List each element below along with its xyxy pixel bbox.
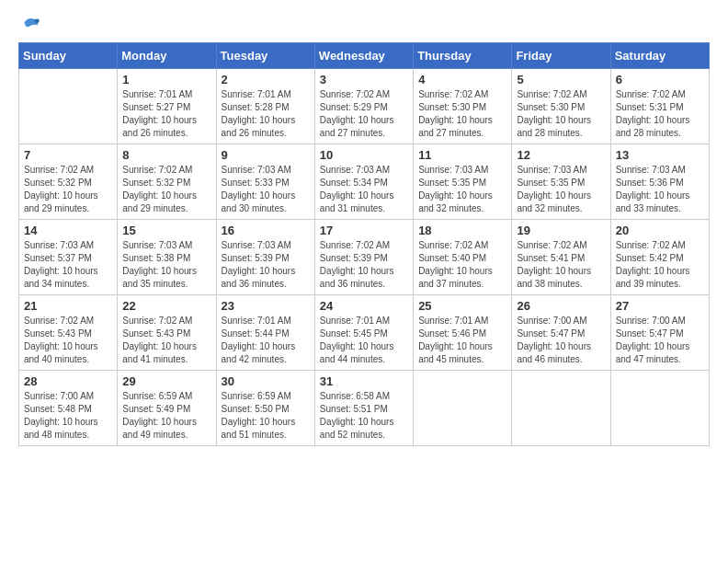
day-info: Sunrise: 7:00 AMSunset: 5:47 PMDaylight:… [517,315,605,366]
day-number: 6 [616,73,704,86]
day-number: 10 [320,148,408,162]
day-number: 26 [517,299,605,313]
day-number: 14 [24,224,112,237]
header [18,15,710,31]
day-number: 27 [616,299,704,313]
day-info: Sunrise: 6:59 AMSunset: 5:49 PMDaylight:… [122,390,210,442]
calendar-cell: 8Sunrise: 7:02 AMSunset: 5:32 PMDaylight… [118,144,216,220]
calendar-cell: 2Sunrise: 7:01 AMSunset: 5:28 PMDaylight… [216,69,314,144]
col-header-tuesday: Tuesday [216,43,314,69]
day-number: 7 [24,148,112,162]
day-info: Sunrise: 7:01 AMSunset: 5:44 PMDaylight:… [222,315,310,366]
day-info: Sunrise: 7:03 AMSunset: 5:35 PMDaylight:… [517,164,605,215]
day-info: Sunrise: 7:02 AMSunset: 5:29 PMDaylight:… [320,88,408,140]
day-info: Sunrise: 7:02 AMSunset: 5:40 PMDaylight:… [418,239,506,291]
day-info: Sunrise: 7:02 AMSunset: 5:43 PMDaylight:… [122,315,210,366]
day-number: 1 [122,73,210,86]
calendar-cell: 3Sunrise: 7:02 AMSunset: 5:29 PMDaylight… [314,69,413,144]
day-number: 18 [418,224,506,237]
calendar-cell: 22Sunrise: 7:02 AMSunset: 5:43 PMDayligh… [118,295,216,371]
calendar-cell: 20Sunrise: 7:02 AMSunset: 5:42 PMDayligh… [610,220,709,295]
calendar-cell [610,371,709,446]
calendar-cell: 17Sunrise: 7:02 AMSunset: 5:39 PMDayligh… [314,220,413,295]
calendar-cell: 15Sunrise: 7:03 AMSunset: 5:38 PMDayligh… [118,220,216,295]
day-info: Sunrise: 7:00 AMSunset: 5:47 PMDaylight:… [616,315,704,366]
day-number: 16 [222,224,310,237]
calendar-cell: 6Sunrise: 7:02 AMSunset: 5:31 PMDaylight… [610,69,709,144]
calendar-week-row: 14Sunrise: 7:03 AMSunset: 5:37 PMDayligh… [19,220,710,295]
day-info: Sunrise: 6:58 AMSunset: 5:51 PMDaylight:… [320,390,408,442]
calendar-cell: 1Sunrise: 7:01 AMSunset: 5:27 PMDaylight… [118,69,216,144]
day-number: 31 [320,374,408,388]
logo-bird-icon [18,15,40,31]
calendar-cell: 11Sunrise: 7:03 AMSunset: 5:35 PMDayligh… [414,144,512,220]
calendar-cell [414,371,512,446]
day-number: 23 [222,299,310,313]
calendar-cell: 9Sunrise: 7:03 AMSunset: 5:33 PMDaylight… [216,144,314,220]
calendar-cell: 13Sunrise: 7:03 AMSunset: 5:36 PMDayligh… [610,144,709,220]
day-number: 3 [320,73,408,86]
col-header-monday: Monday [118,43,216,69]
calendar-cell: 4Sunrise: 7:02 AMSunset: 5:30 PMDaylight… [414,69,512,144]
day-info: Sunrise: 7:01 AMSunset: 5:45 PMDaylight:… [320,315,408,366]
day-number: 15 [122,224,210,237]
day-info: Sunrise: 6:59 AMSunset: 5:50 PMDaylight:… [222,390,310,442]
day-number: 24 [320,299,408,313]
calendar-cell: 24Sunrise: 7:01 AMSunset: 5:45 PMDayligh… [314,295,413,371]
day-info: Sunrise: 7:02 AMSunset: 5:31 PMDaylight:… [616,88,704,140]
day-info: Sunrise: 7:02 AMSunset: 5:43 PMDaylight:… [24,315,112,366]
calendar-cell [512,371,610,446]
calendar-week-row: 1Sunrise: 7:01 AMSunset: 5:27 PMDaylight… [19,69,710,144]
day-number: 8 [122,148,210,162]
calendar-week-row: 28Sunrise: 7:00 AMSunset: 5:48 PMDayligh… [19,371,710,446]
day-number: 12 [517,148,605,162]
day-info: Sunrise: 7:02 AMSunset: 5:39 PMDaylight:… [320,239,408,291]
page: SundayMondayTuesdayWednesdayThursdayFrid… [0,0,728,461]
day-number: 28 [24,374,112,388]
calendar-header-row: SundayMondayTuesdayWednesdayThursdayFrid… [19,43,710,69]
calendar-cell: 28Sunrise: 7:00 AMSunset: 5:48 PMDayligh… [19,371,118,446]
col-header-friday: Friday [512,43,610,69]
day-number: 19 [517,224,605,237]
calendar-cell: 16Sunrise: 7:03 AMSunset: 5:39 PMDayligh… [216,220,314,295]
calendar-cell: 23Sunrise: 7:01 AMSunset: 5:44 PMDayligh… [216,295,314,371]
day-info: Sunrise: 7:03 AMSunset: 5:35 PMDaylight:… [418,164,506,215]
day-number: 30 [222,374,310,388]
calendar-week-row: 21Sunrise: 7:02 AMSunset: 5:43 PMDayligh… [19,295,710,371]
calendar-cell: 31Sunrise: 6:58 AMSunset: 5:51 PMDayligh… [314,371,413,446]
day-number: 25 [418,299,506,313]
col-header-thursday: Thursday [414,43,512,69]
day-number: 5 [517,73,605,86]
col-header-sunday: Sunday [19,43,118,69]
day-info: Sunrise: 7:03 AMSunset: 5:36 PMDaylight:… [616,164,704,215]
day-info: Sunrise: 7:02 AMSunset: 5:32 PMDaylight:… [24,164,112,215]
calendar-cell: 26Sunrise: 7:00 AMSunset: 5:47 PMDayligh… [512,295,610,371]
day-info: Sunrise: 7:02 AMSunset: 5:41 PMDaylight:… [517,239,605,291]
day-number: 29 [122,374,210,388]
day-number: 2 [222,73,310,86]
day-info: Sunrise: 7:03 AMSunset: 5:33 PMDaylight:… [222,164,310,215]
day-info: Sunrise: 7:01 AMSunset: 5:27 PMDaylight:… [122,88,210,140]
day-number: 13 [616,148,704,162]
day-info: Sunrise: 7:03 AMSunset: 5:34 PMDaylight:… [320,164,408,215]
col-header-saturday: Saturday [610,43,709,69]
logo [18,15,44,31]
calendar-cell: 25Sunrise: 7:01 AMSunset: 5:46 PMDayligh… [414,295,512,371]
day-info: Sunrise: 7:00 AMSunset: 5:48 PMDaylight:… [24,390,112,442]
calendar-cell: 29Sunrise: 6:59 AMSunset: 5:49 PMDayligh… [118,371,216,446]
calendar-week-row: 7Sunrise: 7:02 AMSunset: 5:32 PMDaylight… [19,144,710,220]
day-info: Sunrise: 7:01 AMSunset: 5:46 PMDaylight:… [418,315,506,366]
day-info: Sunrise: 7:03 AMSunset: 5:38 PMDaylight:… [122,239,210,291]
calendar-cell: 30Sunrise: 6:59 AMSunset: 5:50 PMDayligh… [216,371,314,446]
day-info: Sunrise: 7:01 AMSunset: 5:28 PMDaylight:… [222,88,310,140]
day-number: 9 [222,148,310,162]
col-header-wednesday: Wednesday [314,43,413,69]
calendar-cell: 27Sunrise: 7:00 AMSunset: 5:47 PMDayligh… [610,295,709,371]
calendar-cell: 18Sunrise: 7:02 AMSunset: 5:40 PMDayligh… [414,220,512,295]
day-number: 11 [418,148,506,162]
day-number: 17 [320,224,408,237]
calendar-cell: 21Sunrise: 7:02 AMSunset: 5:43 PMDayligh… [19,295,118,371]
calendar-cell [19,69,118,144]
day-number: 20 [616,224,704,237]
day-info: Sunrise: 7:03 AMSunset: 5:39 PMDaylight:… [222,239,310,291]
